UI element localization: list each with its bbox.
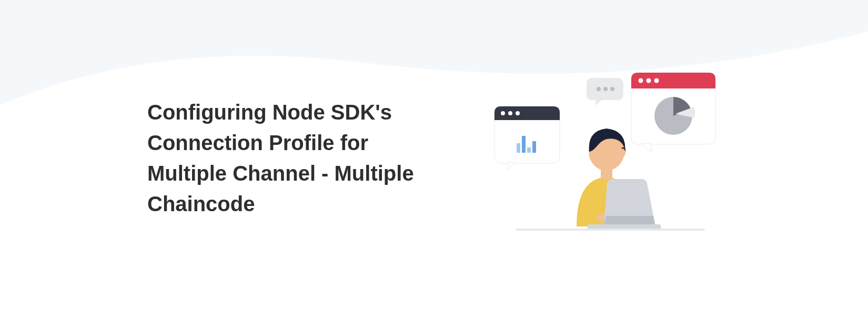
svg-point-6 (508, 111, 512, 115)
page-title: Configuring Node SDK's Connection Profil… (147, 97, 452, 219)
svg-point-13 (639, 78, 643, 83)
hero-content: Configuring Node SDK's Connection Profil… (0, 0, 868, 316)
svg-point-14 (647, 78, 651, 83)
desk-line (516, 229, 705, 231)
hero-illustration (484, 68, 721, 248)
svg-rect-11 (532, 141, 536, 153)
svg-rect-8 (517, 143, 520, 153)
svg-rect-10 (527, 147, 531, 153)
svg-point-7 (516, 111, 520, 115)
svg-point-2 (603, 87, 608, 91)
svg-point-19 (619, 149, 625, 157)
svg-point-15 (654, 78, 659, 83)
window-pie-chart-icon (631, 73, 715, 153)
svg-rect-9 (522, 136, 526, 153)
svg-point-5 (501, 111, 505, 115)
svg-point-1 (597, 87, 601, 91)
svg-point-3 (610, 87, 614, 91)
speech-bubble-dots-icon (587, 78, 623, 105)
window-bar-chart-icon (494, 106, 560, 170)
